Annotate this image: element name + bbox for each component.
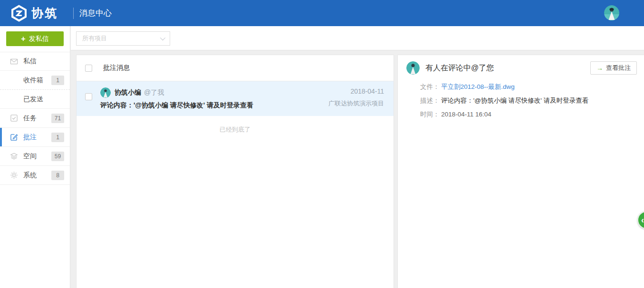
arrow-right-icon: → xyxy=(596,64,603,72)
message-content: 评论内容：'@协筑小编 请尽快修改' 请及时登录查看 xyxy=(100,101,323,110)
field-file: 文件： 平立剖2012-08--最新.dwg xyxy=(420,82,635,92)
filter-bar: 所有项目 xyxy=(71,26,644,50)
tasks-count-badge: 71 xyxy=(51,114,64,123)
detail-title: 有人在评论中@了您 xyxy=(425,63,590,73)
list-end-text: 已经到底了 xyxy=(77,116,394,134)
detail-header: 有人在评论中@了您 → 查看批注 xyxy=(398,55,644,79)
message-list-header: 批注消息 xyxy=(77,55,394,81)
message-list-panel: 批注消息 协筑小编 @了我 评论内容：'@协筑小编 请尽快修改' 请及时登 xyxy=(76,55,394,288)
app-root: 协筑 消息中心 + 发私信 xyxy=(0,0,644,288)
sidebar-item-private-message[interactable]: 私信 xyxy=(0,52,70,71)
compose-wrap: + 发私信 xyxy=(0,26,70,52)
sidebar-item-inbox[interactable]: 收件箱 1 xyxy=(0,71,70,90)
message-main: 协筑小编 @了我 评论内容：'@协筑小编 请尽快修改' 请及时登录查看 xyxy=(100,87,323,110)
annotation-icon xyxy=(10,133,18,141)
topbar-divider xyxy=(73,8,74,19)
description-value: 评论内容：'@协筑小编 请尽快修改' 请及时登录查看 xyxy=(441,97,588,104)
topbar: 协筑 消息中心 xyxy=(0,0,644,26)
field-file-label: 文件： xyxy=(420,83,440,90)
field-time: 时间： 2018-04-11 16:04 xyxy=(420,110,635,119)
message-meta: 2018-04-11 广联达协筑演示项目 xyxy=(328,87,384,108)
mail-icon xyxy=(10,58,18,66)
annotations-count-badge: 1 xyxy=(51,133,64,142)
field-description-label: 描述： xyxy=(420,97,440,104)
chevron-down-icon xyxy=(160,35,165,40)
sidebar-item-label: 空间 xyxy=(23,152,37,161)
sidebar-item-tasks[interactable]: 任务 71 xyxy=(0,109,70,128)
chevron-left-icon: ‹ xyxy=(641,215,644,225)
sidebar-item-label: 系统 xyxy=(23,171,37,180)
message-line1: 协筑小编 @了我 xyxy=(100,87,323,98)
time-value: 2018-04-11 16:04 xyxy=(441,111,491,118)
message-row[interactable]: 协筑小编 @了我 评论内容：'@协筑小编 请尽快修改' 请及时登录查看 2018… xyxy=(77,81,394,116)
user-avatar-image-icon xyxy=(604,5,619,20)
brand[interactable]: 协筑 xyxy=(10,5,58,22)
compose-button-label: 发私信 xyxy=(29,35,49,43)
sidebar-item-system[interactable]: 系统 8 xyxy=(0,166,70,185)
task-icon xyxy=(10,114,18,122)
message-checkbox[interactable] xyxy=(85,93,92,100)
view-annotation-button[interactable]: → 查看批注 xyxy=(590,61,637,75)
system-count-badge: 8 xyxy=(51,171,64,180)
message-project: 广联达协筑演示项目 xyxy=(328,99,384,108)
brand-name: 协筑 xyxy=(31,5,58,21)
spaces-count-badge: 59 xyxy=(51,152,64,161)
sidebar-nav: 私信 收件箱 1 已发送 任务 71 xyxy=(0,52,70,185)
field-time-label: 时间： xyxy=(420,111,440,118)
inbox-count-badge: 1 xyxy=(51,76,64,85)
detail-avatar xyxy=(406,61,420,75)
message-list-title: 批注消息 xyxy=(103,64,130,72)
field-description: 描述： 评论内容：'@协筑小编 请尽快修改' 请及时登录查看 xyxy=(420,96,635,106)
compose-message-button[interactable]: + 发私信 xyxy=(6,31,64,46)
sidebar-item-label: 收件箱 xyxy=(23,76,43,85)
plus-icon: + xyxy=(21,35,25,43)
sidebar-item-label: 任务 xyxy=(23,114,37,123)
sender-avatar xyxy=(100,87,111,98)
message-date: 2018-04-11 xyxy=(328,87,384,95)
project-filter-select[interactable]: 所有项目 xyxy=(76,31,170,46)
brand-logo-icon xyxy=(10,5,28,22)
user-avatar[interactable] xyxy=(604,5,619,20)
layers-icon xyxy=(10,152,18,160)
select-all-checkbox[interactable] xyxy=(85,65,92,72)
file-link[interactable]: 平立剖2012-08--最新.dwg xyxy=(441,83,515,90)
sidebar-item-label: 批注 xyxy=(23,133,37,142)
page-title: 消息中心 xyxy=(79,8,112,19)
view-annotation-label: 查看批注 xyxy=(606,64,631,72)
sidebar-item-annotations[interactable]: 批注 1 xyxy=(0,128,70,147)
sidebar-item-label: 私信 xyxy=(23,57,37,66)
sidebar-item-sent[interactable]: 已发送 xyxy=(0,90,70,109)
detail-fields: 文件： 平立剖2012-08--最新.dwg 描述： 评论内容：'@协筑小编 请… xyxy=(398,79,644,119)
message-action: @了我 xyxy=(144,88,164,97)
gear-icon xyxy=(10,171,18,179)
project-filter-value: 所有项目 xyxy=(82,34,107,43)
sidebar: + 发私信 私信 收件箱 1 已发送 xyxy=(0,26,70,288)
sidebar-item-label: 已发送 xyxy=(23,95,43,104)
sender-name: 协筑小编 xyxy=(115,88,141,97)
message-detail-panel: 有人在评论中@了您 → 查看批注 文件： 平立剖2012-08--最新.dwg … xyxy=(397,55,644,288)
sidebar-item-spaces[interactable]: 空间 59 xyxy=(0,147,70,166)
